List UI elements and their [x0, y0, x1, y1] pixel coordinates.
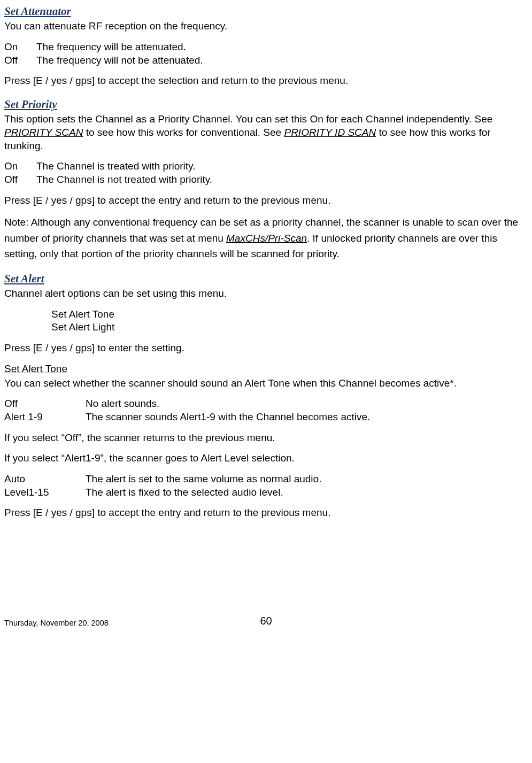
- alert-tone-intro: You can select whether the scanner shoul…: [4, 377, 528, 390]
- option-desc: The frequency will be attenuated.: [36, 41, 186, 54]
- link-priority-id-scan[interactable]: PRIORITY ID SCAN: [284, 127, 376, 138]
- alert-tone-options-2: Auto The alert is set to the same volume…: [4, 473, 528, 499]
- footer-page-number: 60: [260, 614, 272, 628]
- alert-press: Press [E / yes / gps] to enter the setti…: [4, 342, 528, 355]
- text: This option sets the Channel as a Priori…: [4, 113, 492, 125]
- text: to see how this works for conventional. …: [83, 127, 284, 138]
- option-desc: The alert is set to the same volume as n…: [86, 473, 321, 486]
- option-row: Alert 1-9 The scanner sounds Alert1-9 wi…: [4, 411, 528, 424]
- option-row: Off No alert sounds.: [4, 397, 528, 411]
- option-row: On The frequency will be attenuated.: [4, 41, 528, 54]
- attenuator-press: Press [E / yes / gps] to accept the sele…: [4, 74, 528, 88]
- alert-menu-items: Set Alert Tone Set Alert Light: [51, 308, 528, 334]
- page-footer: Thursday, November 20, 2008 60: [4, 616, 528, 640]
- link-priority-scan[interactable]: PRIORITY SCAN: [4, 127, 83, 138]
- link-maxchs-pri-scan[interactable]: MaxCHs/Pri-Scan: [226, 233, 307, 244]
- attenuator-options: On The frequency will be attenuated. Off…: [4, 41, 528, 67]
- option-label: Level1-15: [4, 486, 86, 499]
- alert-tone-options-1: Off No alert sounds. Alert 1-9 The scann…: [4, 397, 528, 423]
- alert-if-alert: If you select “Alert1-9”, the scanner go…: [4, 452, 528, 465]
- option-label: Off: [4, 54, 36, 67]
- priority-note: Note: Although any conventional frequenc…: [4, 214, 528, 261]
- option-row: Auto The alert is set to the same volume…: [4, 473, 528, 486]
- alert-if-off: If you select “Off”, the scanner returns…: [4, 431, 528, 445]
- subheading-alert-tone: Set Alert Tone: [4, 363, 528, 376]
- option-label: Alert 1-9: [4, 411, 86, 424]
- option-row: Off The Channel is not treated with prio…: [4, 173, 528, 187]
- option-desc: The Channel is not treated with priority…: [36, 173, 212, 187]
- option-desc: The frequency will not be attenuated.: [36, 54, 203, 67]
- option-desc: The scanner sounds Alert1-9 with the Cha…: [86, 411, 370, 424]
- alert-intro: Channel alert options can be set using t…: [4, 287, 528, 300]
- option-label: On: [4, 160, 36, 173]
- heading-attenuator: Set Attenuator: [4, 4, 528, 19]
- alert-tone-press: Press [E / yes / gps] to accept the entr…: [4, 506, 528, 520]
- option-label: Off: [4, 173, 36, 187]
- option-row: On The Channel is treated with priority.: [4, 160, 528, 173]
- heading-priority: Set Priority: [4, 97, 528, 112]
- option-row: Off The frequency will not be attenuated…: [4, 54, 528, 67]
- footer-date: Thursday, November 20, 2008: [4, 619, 109, 627]
- option-desc: The alert is fixed to the selected audio…: [86, 486, 283, 499]
- attenuator-intro: You can attenuate RF reception on the fr…: [4, 20, 528, 33]
- priority-options: On The Channel is treated with priority.…: [4, 160, 528, 186]
- menu-item: Set Alert Tone: [51, 308, 528, 321]
- heading-alert: Set Alert: [4, 272, 528, 286]
- option-label: On: [4, 41, 36, 54]
- priority-intro: This option sets the Channel as a Priori…: [4, 113, 528, 152]
- option-desc: The Channel is treated with priority.: [36, 160, 195, 173]
- option-label: Auto: [4, 473, 86, 486]
- priority-press: Press [E / yes / gps] to accept the entr…: [4, 194, 528, 207]
- menu-item: Set Alert Light: [51, 321, 528, 334]
- option-desc: No alert sounds.: [86, 397, 159, 411]
- option-label: Off: [4, 397, 86, 411]
- option-row: Level1-15 The alert is fixed to the sele…: [4, 486, 528, 499]
